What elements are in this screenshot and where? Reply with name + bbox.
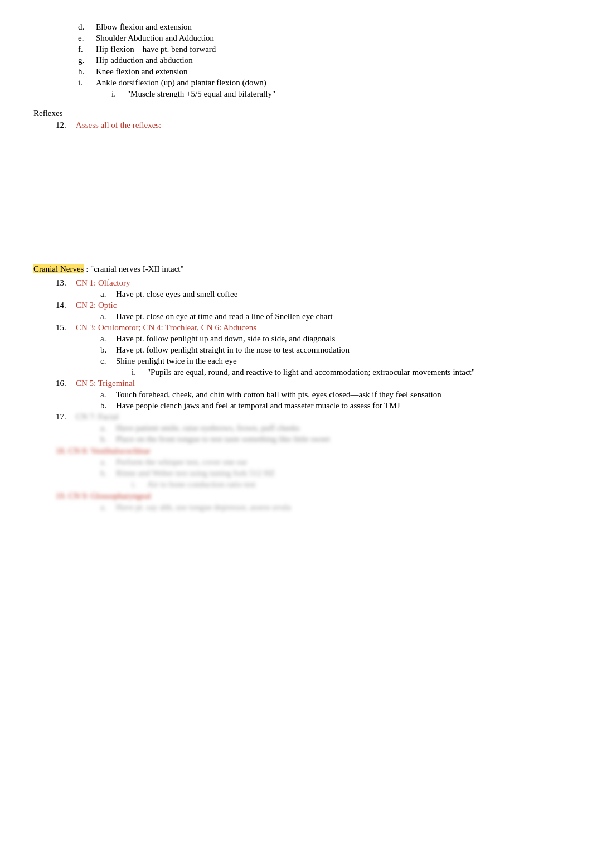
cn346-c-marker: c. <box>100 356 116 366</box>
sub-item-i: i. "Muscle strength +5/5 equal and bilat… <box>78 89 559 99</box>
cn346-a-text: Have pt. follow penlight up and down, si… <box>116 334 335 344</box>
roman-i: i. <box>111 89 127 99</box>
marker-g: g. <box>78 56 96 65</box>
blurred-18-b: b. <box>100 469 116 478</box>
reflexes-item12: 12. Assess all of the reflexes: <box>33 120 559 130</box>
cn346-b-text: Have pt. follow penlight straight in to … <box>116 345 350 355</box>
text-h: Knee flexion and extension <box>96 67 188 76</box>
text-f: Hip flexion—have pt. bend forward <box>96 45 216 54</box>
reflexes-heading: Reflexes <box>33 109 559 118</box>
cn17-b-marker: b. <box>100 435 116 444</box>
cn2-a-marker: a. <box>100 312 116 321</box>
blurred-cn18-subs: a. Perform the whisper test, cover one e… <box>56 457 559 489</box>
blurred-cn19-subs: a. Have pt. say ahh, use tongue depresso… <box>56 503 559 512</box>
cn346-a-marker: a. <box>100 334 116 344</box>
cn1-subs: a. Have pt. close eyes and smell coffee <box>56 290 559 299</box>
text-d: Elbow flexion and extension <box>96 22 192 32</box>
cn-item-17: 17. CN 7: Facial a. Have patient smile, … <box>33 412 559 444</box>
cranial-nerves-colon: : "cranial nerves I-XII intact" <box>84 264 183 273</box>
cn5-a-marker: a. <box>100 390 116 399</box>
blurred-19-a: a. <box>100 503 116 512</box>
blurred-cn-label-19: 19. CN 9: Glossopharyngeal <box>56 491 151 501</box>
blurred-18-i: i. <box>132 480 147 489</box>
marker-i: i. <box>78 78 96 88</box>
marker-e: e. <box>78 33 96 43</box>
reflexes-section: Reflexes 12. Assess all of the reflexes: <box>33 109 559 130</box>
blurred-cn-label-18: 18. CN 8: Vestibulocochlear <box>56 446 151 456</box>
list-item-i: i. Ankle dorsiflexion (up) and plantar f… <box>78 78 559 88</box>
cn346-label: CN 3: Oculomotor; CN 4: Trochlear, CN 6:… <box>76 323 256 332</box>
cn-item-15: 15. CN 3: Oculomotor; CN 4: Trochlear, C… <box>33 323 559 377</box>
cn2-subs: a. Have pt. close on eye at time and rea… <box>56 312 559 321</box>
list-item-f: f. Hip flexion—have pt. bend forward <box>78 45 559 54</box>
num-12: 12. <box>56 120 76 130</box>
cn5-b-text: Have people clench jaws and feel at temp… <box>116 401 400 411</box>
blurred-19-a-text: Have pt. say ahh, use tongue depressor, … <box>116 503 291 512</box>
num-13: 13. <box>56 278 76 288</box>
cn2-a-text: Have pt. close on eye at time and read a… <box>116 312 333 321</box>
cn1-a-text: Have pt. close eyes and smell coffee <box>116 290 237 299</box>
list-item-e: e. Shoulder Abduction and Adduction <box>78 33 559 43</box>
num-14: 14. <box>56 301 76 310</box>
num-17: 17. <box>56 412 76 422</box>
cn-item-13: 13. CN 1: Olfactory a. Have pt. close ey… <box>33 278 559 299</box>
cn346-i-marker: i. <box>132 368 147 377</box>
top-list: d. Elbow flexion and extension e. Should… <box>33 22 559 99</box>
num-16: 16. <box>56 379 76 388</box>
cn5-a-text: Touch forehead, cheek, and chin with cot… <box>116 390 441 399</box>
cn-item-16: 16. CN 5: Trigeminal a. Touch forehead, … <box>33 379 559 411</box>
blurred-18-a-text: Perform the whisper test, cover one ear <box>116 457 247 467</box>
cranial-nerves-header: Cranial Nerves : "cranial nerves I-XII i… <box>33 264 559 274</box>
blurred-18-b-text: Rinne and Weber test using tuning fork 5… <box>116 469 275 478</box>
cn17-label: CN 7: Facial <box>76 412 119 422</box>
cn346-i-text: "Pupils are equal, round, and reactive t… <box>147 368 475 377</box>
list-item-g: g. Hip adduction and abduction <box>78 56 559 65</box>
blurred-18-a: a. <box>100 457 116 467</box>
cn346-c-text: Shine penlight twice in the each eye <box>116 356 237 366</box>
cn17-b-text: Place on the front tongue to test taste … <box>116 435 330 444</box>
cn5-subs: a. Touch forehead, cheek, and chin with … <box>56 390 559 411</box>
cn346-subs: a. Have pt. follow penlight up and down,… <box>56 334 559 377</box>
cn17-subs: a. Have patient smile, raise eyebrows, f… <box>56 423 559 444</box>
blurred-18-i-text: Air to bone conduction ratio test <box>147 480 256 489</box>
blurred-section: 18. CN 8: Vestibulocochlear a. Perform t… <box>33 446 559 512</box>
text-g: Hip adduction and abduction <box>96 56 193 65</box>
num-15: 15. <box>56 323 76 332</box>
spacer <box>33 134 559 246</box>
list-items-d-i: d. Elbow flexion and extension e. Should… <box>33 22 559 99</box>
marker-d: d. <box>78 22 96 32</box>
marker-h: h. <box>78 67 96 76</box>
cn2-label: CN 2: Optic <box>76 301 117 310</box>
sub-i-text: "Muscle strength +5/5 equal and bilatera… <box>127 89 275 99</box>
cn-item-14: 14. CN 2: Optic a. Have pt. close on eye… <box>33 301 559 321</box>
list-item-h: h. Knee flexion and extension <box>78 67 559 76</box>
text-i: Ankle dorsiflexion (up) and plantar flex… <box>96 78 266 88</box>
marker-f: f. <box>78 45 96 54</box>
cn5-b-marker: b. <box>100 401 116 411</box>
cn346-roman: i. "Pupils are equal, round, and reactiv… <box>100 368 559 377</box>
horizontal-divider <box>33 255 322 255</box>
cn17-a-text: Have patient smile, raise eyebrows, frow… <box>116 423 300 433</box>
cn5-label: CN 5: Trigeminal <box>76 379 135 388</box>
cn17-a-marker: a. <box>100 423 116 433</box>
cn1-a-marker: a. <box>100 290 116 299</box>
cn346-b-marker: b. <box>100 345 116 355</box>
cn1-label: CN 1: Olfactory <box>76 278 130 288</box>
assess-reflexes-text: Assess all of the reflexes: <box>76 120 161 130</box>
list-item-d: d. Elbow flexion and extension <box>78 22 559 32</box>
text-e: Shoulder Abduction and Adduction <box>96 33 214 43</box>
cranial-nerves-label: Cranial Nerves <box>33 264 84 273</box>
